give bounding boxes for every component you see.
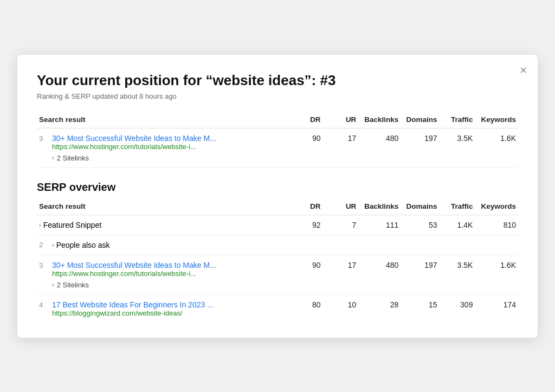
serp-row3-sitelinks-label: 2 Sitelinks	[57, 281, 89, 289]
featured-traffic: 1.4K	[440, 215, 475, 235]
serp-col-header-dr: DR	[287, 199, 323, 215]
serp-row3-sitelinks-row: › 2 Sitelinks	[37, 279, 518, 295]
table-row: 3 30+ Most Successful Website Ideas to M…	[37, 128, 518, 152]
serp-row4-backlinks: 28	[358, 294, 401, 318]
col-header-domains: Domains	[401, 112, 439, 128]
serp-row3-dr: 90	[287, 255, 323, 279]
modal-subtitle: Ranking & SERP updated about 8 hours ago	[37, 92, 518, 100]
serp-row-4: 4 17 Best Website Ideas For Beginners In…	[37, 294, 518, 318]
serp-row4-ur: 10	[323, 294, 359, 318]
col-header-keywords: Keywords	[475, 112, 518, 128]
result-title-link[interactable]: 30+ Most Successful Website Ideas to Mak…	[52, 134, 216, 143]
result-url-link[interactable]: https://www.hostinger.com/tutorials/webs…	[52, 143, 216, 151]
chevron-right-icon: ›	[52, 155, 54, 161]
paa-ur	[323, 235, 359, 255]
serp-row4-url-link[interactable]: https://bloggingwizard.com/website-ideas…	[52, 309, 214, 317]
serp-row4-traffic: 309	[440, 294, 475, 318]
featured-dr: 92	[287, 215, 323, 235]
paa-position: 2	[39, 241, 49, 249]
serp-overview-title: SERP overview	[37, 181, 518, 194]
paa-traffic	[440, 235, 475, 255]
sitelinks-toggle[interactable]: › 2 Sitelinks	[52, 153, 516, 162]
serp-row3-sitelinks-toggle[interactable]: › 2 Sitelinks	[52, 280, 516, 289]
people-also-ask-row: 2 › People also ask	[37, 235, 518, 255]
paa-chevron-icon[interactable]: ›	[52, 242, 54, 248]
paa-keywords	[475, 235, 518, 255]
serp-col-header-keywords: Keywords	[475, 199, 518, 215]
result-keywords: 1.6K	[475, 128, 518, 152]
modal-title: Your current position for “website ideas…	[37, 72, 518, 89]
result-domains: 197	[401, 128, 439, 152]
serp-row4-title-link[interactable]: 17 Best Website Ideas For Beginners In 2…	[52, 300, 214, 309]
paa-dr	[287, 235, 323, 255]
serp-row4-domains: 15	[401, 294, 439, 318]
serp-row3-position: 3	[39, 261, 49, 269]
result-position: 3	[39, 134, 49, 143]
serp-row3-domains: 197	[401, 255, 439, 279]
people-also-ask-label: People also ask	[56, 241, 110, 249]
serp-col-header-backlinks: Backlinks	[358, 199, 401, 215]
paa-domains	[401, 235, 439, 255]
serp-col-header-traffic: Traffic	[440, 199, 475, 215]
featured-ur: 7	[323, 215, 359, 235]
featured-keywords: 810	[475, 215, 518, 235]
serp-row4-keywords: 174	[475, 294, 518, 318]
serp-row3-backlinks: 480	[358, 255, 401, 279]
result-dr: 90	[287, 128, 323, 152]
serp-row3-title-link[interactable]: 30+ Most Successful Website Ideas to Mak…	[52, 261, 216, 269]
paa-backlinks	[358, 235, 401, 255]
col-header-search-result: Search result	[37, 112, 287, 128]
serp-row-3: 3 30+ Most Successful Website Ideas to M…	[37, 255, 518, 279]
close-button[interactable]: ×	[520, 65, 527, 76]
serp-row3-url-link[interactable]: https://www.hostinger.com/tutorials/webs…	[52, 269, 216, 278]
position-modal: × Your current position for “website ide…	[17, 55, 538, 338]
serp-col-header-search-result: Search result	[37, 199, 287, 215]
col-header-traffic: Traffic	[440, 112, 475, 128]
serp-row3-chevron-icon: ›	[52, 281, 54, 288]
featured-snippet-row: › Featured Snippet 92 7 111 53 1.4K 810	[37, 215, 518, 235]
featured-backlinks: 111	[358, 215, 401, 235]
serp-row3-keywords: 1.6K	[475, 255, 518, 279]
serp-overview-table: Search result DR UR Backlinks Domains Tr…	[37, 199, 518, 318]
col-header-ur: UR	[323, 112, 359, 128]
result-ur: 17	[323, 128, 359, 152]
sitelinks-label: 2 Sitelinks	[57, 154, 89, 162]
result-traffic: 3.5K	[440, 128, 475, 152]
col-header-backlinks: Backlinks	[358, 112, 401, 128]
sitelinks-row: › 2 Sitelinks	[37, 152, 518, 168]
serp-col-header-ur: UR	[323, 199, 359, 215]
serp-row3-ur: 17	[323, 255, 359, 279]
featured-chevron-icon[interactable]: ›	[39, 222, 41, 228]
serp-row3-traffic: 3.5K	[440, 255, 475, 279]
serp-row4-dr: 80	[287, 294, 323, 318]
serp-row4-position: 4	[39, 301, 49, 309]
featured-snippet-label: Featured Snippet	[43, 221, 101, 229]
featured-domains: 53	[401, 215, 439, 235]
current-position-table: Search result DR UR Backlinks Domains Tr…	[37, 112, 518, 168]
col-header-dr: DR	[287, 112, 323, 128]
serp-col-header-domains: Domains	[401, 199, 439, 215]
result-backlinks: 480	[358, 128, 401, 152]
